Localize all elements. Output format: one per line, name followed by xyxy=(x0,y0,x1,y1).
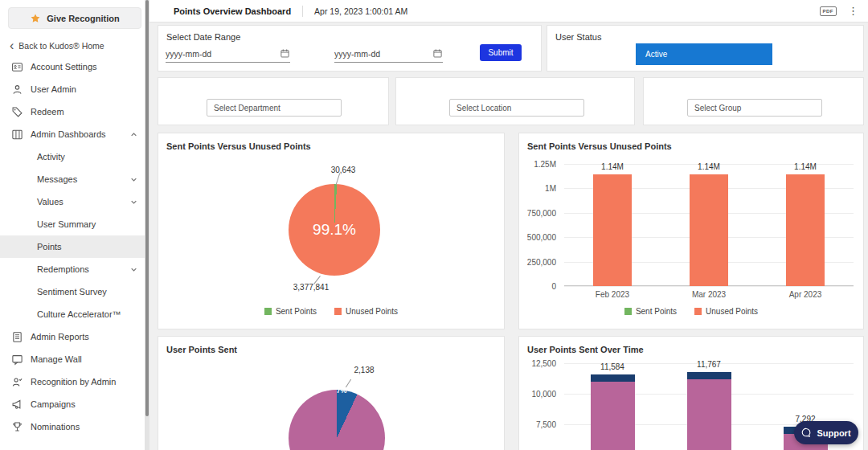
sent-vs-unused-bar-card: Sent Points Versus Unused Points 1.25M1M… xyxy=(518,133,864,329)
sidebar-item-points[interactable]: Points xyxy=(0,235,149,258)
end-date-input[interactable] xyxy=(334,45,443,63)
user-icon xyxy=(11,84,23,96)
sidebar-item-label: Messages xyxy=(37,174,77,184)
user-status-label: User Status xyxy=(555,32,601,42)
legend-item: Unused Points xyxy=(694,307,758,316)
start-date-input[interactable] xyxy=(166,45,290,63)
sidebar-item-label: Admin Dashboards xyxy=(31,129,106,139)
department-filter-card: Select Department xyxy=(158,77,389,125)
sidebar: Give Recognition ‹ Back to Kudos® Home A… xyxy=(0,0,149,450)
pie-slice-label: 7% xyxy=(332,387,351,395)
user-points-pie-card: User Points Sent 7% 2,138 xyxy=(158,336,505,450)
support-button[interactable]: Support xyxy=(794,421,858,444)
date-range-label: Select Date Range xyxy=(166,32,240,42)
sidebar-item-label: Nominations xyxy=(31,422,80,432)
legend-swatch xyxy=(624,308,632,315)
sidebar-item-user-admin[interactable]: User Admin xyxy=(0,78,149,100)
sidebar-item-user-summary[interactable]: User Summary xyxy=(0,213,149,235)
legend-label: Unused Points xyxy=(346,307,398,316)
bar xyxy=(786,174,825,286)
sidebar-item-messages[interactable]: Messages xyxy=(0,168,149,190)
report-icon xyxy=(11,331,23,343)
y-axis-tick: 1.25M xyxy=(519,160,556,169)
chevron-down-icon xyxy=(128,264,140,276)
more-options-icon[interactable]: ⋮ xyxy=(848,5,858,17)
sidebar-item-redeem[interactable]: Redeem xyxy=(0,100,149,123)
calendar-icon[interactable] xyxy=(432,48,443,59)
y-axis-tick: 7,500 xyxy=(519,420,556,429)
x-axis-label: Apr 2023 xyxy=(769,290,841,299)
legend-item: Unused Points xyxy=(334,307,398,316)
give-recognition-button[interactable]: Give Recognition xyxy=(8,7,141,29)
y-axis-tick: 250,000 xyxy=(519,258,556,267)
sidebar-item-label: User Admin xyxy=(31,84,76,94)
chevron-up-icon xyxy=(128,129,140,141)
sidebar-item-nominations[interactable]: Nominations xyxy=(0,415,149,438)
sidebar-item-admin-dashboards[interactable]: Admin Dashboards xyxy=(0,123,149,145)
sidebar-item-label: User Summary xyxy=(37,219,96,229)
bar xyxy=(591,374,635,450)
legend-label: Sent Points xyxy=(276,307,317,316)
user-points-callout: 2,138 xyxy=(340,366,388,374)
start-date-field[interactable] xyxy=(166,49,280,59)
sidebar-item-admin-reports[interactable]: Admin Reports xyxy=(0,325,149,348)
sidebar-scrollbar-track xyxy=(145,0,149,450)
legend-item: Sent Points xyxy=(624,307,677,316)
y-axis-tick: 500,000 xyxy=(519,233,556,242)
end-date-field[interactable] xyxy=(334,49,432,59)
sent-vs-unused-pie-card: Sent Points Versus Unused Points 99.1% 3… xyxy=(158,133,505,329)
x-axis-label: Feb 2023 xyxy=(576,290,649,299)
location-select[interactable]: Select Location xyxy=(449,99,584,117)
sidebar-item-label: Account Settings xyxy=(31,62,97,72)
bar-plot: 1.14MFeb 20231.14MMar 20231.14MApr 2023 xyxy=(564,164,854,286)
chat-bubble-icon xyxy=(801,428,812,438)
chevron-left-icon: ‹ xyxy=(10,42,14,50)
bar-cap xyxy=(591,374,635,382)
department-select[interactable]: Select Department xyxy=(207,99,342,117)
user-status-active-button[interactable]: Active xyxy=(636,43,772,65)
y-axis-tick: 1M xyxy=(519,184,556,193)
sent-vs-unused-pie: 99.1% xyxy=(289,184,380,276)
legend-label: Unused Points xyxy=(706,307,758,316)
sidebar-item-label: Campaigns xyxy=(31,399,76,409)
bar xyxy=(687,372,731,450)
star-icon xyxy=(30,13,41,24)
sidebar-item-campaigns[interactable]: Campaigns xyxy=(0,393,149,415)
bar-value-label: 1.14M xyxy=(773,162,837,171)
tag-icon xyxy=(11,106,23,118)
sidebar-item-redemptions[interactable]: Redemptions xyxy=(0,258,149,280)
calendar-icon[interactable] xyxy=(280,48,290,59)
bar xyxy=(593,174,632,286)
sidebar-item-label: Redeem xyxy=(31,107,64,117)
chevron-down-icon xyxy=(128,196,140,208)
sidebar-item-sentiment-survey[interactable]: Sentiment Survey xyxy=(0,280,149,303)
sidebar-nav: Account Settings User Admin Redeem Admin… xyxy=(0,55,149,438)
report-timestamp: Apr 19, 2023 1:00:01 AM xyxy=(314,6,407,16)
wall-icon xyxy=(11,354,23,366)
sidebar-item-values[interactable]: Values xyxy=(0,190,149,213)
y-axis-tick: 10,000 xyxy=(519,390,556,399)
sidebar-item-account-settings[interactable]: Account Settings xyxy=(0,55,149,78)
callout-line xyxy=(336,173,341,185)
sidebar-item-label: Activity xyxy=(37,152,65,162)
sidebar-scrollbar[interactable] xyxy=(145,0,149,416)
group-select[interactable]: Select Group xyxy=(687,99,822,117)
sidebar-item-activity[interactable]: Activity xyxy=(0,145,149,168)
bar xyxy=(690,174,728,286)
sidebar-item-culture-accelerator[interactable]: Culture Accelerator™ xyxy=(0,303,149,325)
chart-title: User Points Sent xyxy=(166,345,237,354)
back-to-kudos-home-link[interactable]: ‹ Back to Kudos® Home xyxy=(10,41,149,51)
export-pdf-icon[interactable]: PDF xyxy=(820,6,837,16)
sidebar-item-label: Admin Reports xyxy=(31,332,89,342)
divider xyxy=(302,6,303,17)
x-axis-label: Mar 2023 xyxy=(673,290,745,299)
legend-swatch xyxy=(694,308,702,315)
chart-title: Sent Points Versus Unused Points xyxy=(527,141,672,151)
y-axis: 12,50010,0007,500 xyxy=(519,363,559,450)
chart-legend: Sent Points Unused Points xyxy=(158,307,504,316)
sidebar-item-recognition-by-admin[interactable]: Recognition by Admin xyxy=(0,370,149,393)
sidebar-item-manage-wall[interactable]: Manage Wall xyxy=(0,348,149,370)
dashboard-icon xyxy=(11,129,23,141)
chart-title: Sent Points Versus Unused Points xyxy=(166,141,311,151)
submit-button[interactable]: Submit xyxy=(480,44,522,61)
